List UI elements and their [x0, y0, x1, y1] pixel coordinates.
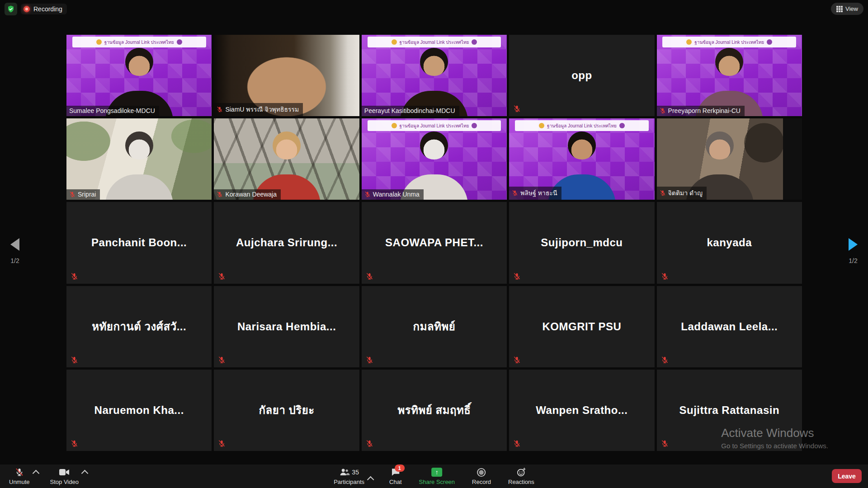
participant-name: พรทิพย์ สมฤทธิ์: [362, 370, 507, 451]
participant-tile[interactable]: กมลทิพย์: [362, 286, 507, 367]
recording-label: Recording: [33, 5, 62, 13]
muted-mic-icon: [512, 190, 518, 196]
participant-tile[interactable]: SiamU พรรณี จิวพุทธิธรรม: [214, 35, 359, 116]
participant-tile[interactable]: หทัยกานต์ วงศ์สวั...: [66, 286, 212, 367]
participant-silhouette: [362, 35, 507, 116]
unmute-button[interactable]: Unmute: [6, 465, 33, 488]
meeting-toolbar: Unmute Stop Video: [0, 465, 868, 488]
video-options-caret[interactable]: [81, 470, 89, 477]
participant-tile[interactable]: Sujiporn_mdcu: [509, 202, 654, 283]
participant-tile[interactable]: kanyada: [657, 202, 802, 283]
participant-name: กมลทิพย์: [362, 286, 507, 367]
muted-mic-icon: [69, 191, 75, 197]
participants-count: 35: [352, 469, 359, 476]
name-label: พลิษฐ์ หาธะนี: [509, 187, 561, 200]
chat-label: Chat: [389, 479, 401, 485]
participants-label: Participants: [334, 479, 364, 485]
participant-tile[interactable]: Sujittra Rattanasin: [657, 370, 802, 451]
security-shield-button[interactable]: [5, 3, 17, 15]
unmute-label: Unmute: [9, 479, 30, 485]
recording-indicator[interactable]: Recording: [21, 4, 67, 14]
participant-tile[interactable]: Laddawan Leela...: [657, 286, 802, 367]
name-label: Sumalee Pongsadiloke-MDCU: [66, 106, 159, 116]
name-label: จิตติมา ดำญู: [657, 187, 707, 200]
participant-tile[interactable]: SAOWAPA PHET...: [362, 202, 507, 283]
chat-button[interactable]: 1 Chat: [387, 465, 404, 488]
participant-tile[interactable]: ฐานข้อมูล Journal Link ประเทศไทยWannalak…: [362, 118, 507, 200]
participant-tile[interactable]: Sriprai: [66, 118, 212, 200]
participant-silhouette: [214, 118, 359, 200]
participant-name: หทัยกานต์ วงศ์สวั...: [66, 286, 212, 367]
participant-tile[interactable]: Aujchara Srirung...: [214, 202, 359, 283]
muted-mic-icon: [513, 356, 521, 364]
muted-mic-icon: [660, 190, 666, 196]
name-label: Peerayut Kasitibodinchai-MDCU: [362, 106, 459, 116]
participant-silhouette: [657, 35, 802, 116]
muted-mic-icon: [71, 272, 78, 280]
participant-name: Sujittra Rattanasin: [657, 370, 802, 451]
participant-silhouette: [66, 118, 212, 200]
muted-mic-icon: [218, 356, 226, 364]
participant-tile[interactable]: KOMGRIT PSU: [509, 286, 654, 367]
participant-tile[interactable]: Wanpen Sratho...: [509, 370, 654, 451]
muted-mic-icon: [661, 272, 669, 280]
participant-tile[interactable]: ฐานข้อมูล Journal Link ประเทศไทยPeerayut…: [362, 35, 507, 116]
muted-mic-icon: [661, 356, 669, 364]
participant-name: opp: [509, 35, 654, 116]
leave-button[interactable]: Leave: [832, 469, 862, 483]
participant-tile[interactable]: Naruemon Kha...: [66, 370, 212, 451]
record-button[interactable]: Record: [469, 465, 494, 488]
muted-mic-icon: [71, 440, 78, 447]
view-label: View: [845, 5, 858, 12]
share-screen-icon: ↑: [431, 467, 442, 477]
participant-name: Panchanit Boon...: [66, 202, 212, 283]
muted-mic-icon: [660, 108, 666, 114]
zoom-meeting-window: Recording View ฐานข้อมูล Journal Link ปร…: [0, 0, 868, 488]
share-screen-button[interactable]: ↑ Share Screen: [416, 465, 458, 488]
muted-mic-icon: [661, 440, 669, 447]
muted-mic-icon: [217, 191, 223, 197]
participant-tile[interactable]: ฐานข้อมูล Journal Link ประเทศไทยSumalee …: [66, 35, 212, 116]
participant-tile[interactable]: ฐานข้อมูล Journal Link ประเทศไทยPreeyapo…: [657, 35, 802, 116]
audio-options-caret[interactable]: [32, 470, 39, 477]
previous-page-control: 1/2: [1, 238, 28, 264]
participant-name: Wanpen Sratho...: [509, 370, 654, 451]
participant-name: กัลยา ปริยะ: [214, 370, 359, 451]
participant-name: Wannalak Unma: [373, 191, 420, 198]
video-camera-icon: [59, 467, 70, 477]
participants-button[interactable]: 35 Participants: [331, 465, 367, 488]
video-feed: ฐานข้อมูล Journal Link ประเทศไทย: [657, 35, 802, 116]
name-label: Korawan Deewaja: [214, 189, 281, 200]
participant-tile[interactable]: Narisara Hembia...: [214, 286, 359, 367]
chat-unread-badge: 1: [395, 465, 405, 472]
muted-mic-icon: [217, 106, 223, 113]
gallery-grid-icon: [836, 6, 843, 12]
muted-mic-icon: [513, 440, 521, 447]
muted-microphone-icon: [14, 467, 25, 477]
muted-mic-icon: [366, 440, 373, 447]
participant-tile[interactable]: จิตติมา ดำญู: [657, 118, 802, 200]
participant-tile[interactable]: Korawan Deewaja: [214, 118, 359, 200]
stop-video-button[interactable]: Stop Video: [47, 465, 81, 488]
video-feed: [66, 118, 212, 200]
top-bar: Recording View: [0, 0, 868, 18]
participant-tile[interactable]: opp: [509, 35, 654, 116]
participant-tile[interactable]: พรทิพย์ สมฤทธิ์: [362, 370, 507, 451]
participants-icon: [339, 467, 350, 477]
video-feed: ฐานข้อมูล Journal Link ประเทศไทย: [362, 35, 507, 116]
muted-mic-icon: [218, 440, 226, 447]
reactions-smiley-icon: [516, 467, 527, 477]
participant-tile[interactable]: กัลยา ปริยะ: [214, 370, 359, 451]
view-button[interactable]: View: [831, 3, 863, 15]
name-label: Wannalak Unma: [362, 189, 424, 200]
reactions-button[interactable]: Reactions: [505, 465, 537, 488]
name-label: SiamU พรรณี จิวพุทธิธรรม: [214, 103, 303, 116]
record-circle-icon: [476, 467, 487, 477]
participants-options-caret[interactable]: [367, 476, 374, 483]
participant-tile[interactable]: Panchanit Boon...: [66, 202, 212, 283]
previous-page-arrow-icon[interactable]: [10, 238, 19, 251]
video-feed: ฐานข้อมูล Journal Link ประเทศไทย: [362, 118, 507, 200]
next-page-arrow-icon[interactable]: [849, 238, 858, 251]
muted-mic-icon: [366, 356, 373, 364]
participant-tile[interactable]: ฐานข้อมูล Journal Link ประเทศไทยพลิษฐ์ ห…: [509, 118, 654, 200]
